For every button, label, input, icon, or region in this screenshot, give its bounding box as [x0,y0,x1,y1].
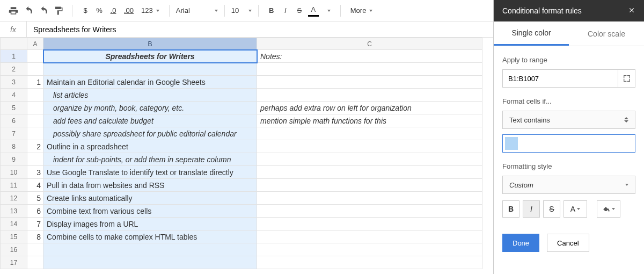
text-color-button[interactable]: A [307,4,320,18]
tab-single-color[interactable]: Single color [494,21,569,46]
cell[interactable]: 4 [27,179,43,192]
bold-button[interactable]: B [265,4,278,18]
cell[interactable] [257,127,482,140]
row-header[interactable]: 8 [1,140,27,153]
fmt-text-color-button[interactable]: A [564,200,587,218]
col-header-A[interactable]: A [27,38,43,50]
tab-color-scale[interactable]: Color scale [569,21,644,46]
fmt-italic-button[interactable]: I [523,200,540,218]
cell[interactable]: 5 [27,192,43,205]
cell[interactable] [257,230,482,243]
cell[interactable]: 6 [27,205,43,218]
cell[interactable]: mention simple math functions for this [257,114,482,127]
cell[interactable] [257,140,482,153]
row-header[interactable]: 14 [1,218,27,230]
cell[interactable] [257,205,482,218]
row-header[interactable]: 9 [1,153,27,166]
cell[interactable] [257,243,482,256]
row-header[interactable]: 2 [1,63,27,76]
font-family-select[interactable]: Arial [173,6,221,15]
cell[interactable]: possibly share spreadsheet for public ed… [43,127,257,140]
print-button[interactable] [6,4,20,18]
select-all-corner[interactable] [1,38,27,50]
cell[interactable]: organize by month, book, category, etc. [43,102,257,114]
grid[interactable]: A B C 1Spreadsheets for WritersNotes:231… [0,38,493,274]
fmt-strike-button[interactable]: S [543,200,560,218]
done-button[interactable]: Done [502,234,539,252]
cell[interactable] [27,114,43,127]
formula-input[interactable] [27,21,493,37]
fmt-fill-color-button[interactable] [597,200,620,218]
style-preset-select[interactable]: Custom [502,176,635,194]
cell[interactable]: 2 [27,140,43,153]
currency-button[interactable]: $ [79,4,92,18]
close-icon[interactable] [628,6,635,16]
percent-button[interactable]: % [93,4,106,18]
cell[interactable]: Pull in data from websites and RSS [43,179,257,192]
row-header[interactable]: 5 [1,102,27,114]
italic-button[interactable]: I [279,4,292,18]
cell[interactable]: indent for sub-points, or add them in se… [43,153,257,166]
row-header[interactable]: 15 [1,230,27,243]
cell[interactable]: 1 [27,76,43,89]
cell[interactable] [257,153,482,166]
cell[interactable] [257,192,482,205]
redo-button[interactable] [36,4,50,18]
row-header[interactable]: 6 [1,114,27,127]
cell[interactable]: 3 [27,166,43,179]
cell[interactable] [27,153,43,166]
cell[interactable]: list articles [43,89,257,102]
cell[interactable]: Create links automatically [43,192,257,205]
cell[interactable] [257,218,482,230]
cell[interactable]: Combine text from various cells [43,205,257,218]
cell[interactable] [27,243,43,256]
font-size-select[interactable]: 10 [228,6,255,15]
cell[interactable]: 8 [27,230,43,243]
apply-range-input[interactable] [503,75,618,83]
condition-select[interactable]: Text contains [502,111,635,129]
row-header[interactable]: 7 [1,127,27,140]
row-header[interactable]: 12 [1,192,27,205]
cell[interactable]: add fees and calculate budget [43,114,257,127]
cell[interactable]: Display images from a URL [43,218,257,230]
cell[interactable] [257,76,482,89]
cell[interactable] [43,63,257,76]
cell[interactable] [257,89,482,102]
cell[interactable] [43,243,257,256]
cell[interactable]: Combine cells to make complex HTML table… [43,230,257,243]
cell[interactable] [27,63,43,76]
increase-decimal-button[interactable]: .00 [121,4,137,18]
cell[interactable]: Outline in a spreadsheet [43,140,257,153]
cancel-button[interactable]: Cancel [547,234,589,252]
decrease-decimal-button[interactable]: .0 [107,4,120,18]
cell[interactable] [257,166,482,179]
cell[interactable]: Maintain an Editorial calendar in Google… [43,76,257,89]
cell[interactable]: perhaps add extra row on left for organi… [257,102,482,114]
row-header[interactable]: 17 [1,256,27,269]
col-header-C[interactable]: C [257,38,482,50]
paint-format-button[interactable] [52,4,65,18]
strikethrough-button[interactable]: S [293,4,306,18]
fmt-bold-button[interactable]: B [502,200,519,218]
col-header-B[interactable]: B [43,38,257,50]
text-color-dropdown[interactable] [321,4,334,18]
row-header[interactable]: 11 [1,179,27,192]
cell[interactable] [27,89,43,102]
cell[interactable]: Spreadsheets for Writers [43,50,257,63]
cell[interactable]: Use Google Translate to identify text or… [43,166,257,179]
number-format-button[interactable]: 123 [138,4,163,18]
row-header[interactable]: 1 [1,50,27,63]
cell[interactable] [257,179,482,192]
row-header[interactable]: 16 [1,243,27,256]
cell[interactable] [27,50,43,63]
row-header[interactable]: 4 [1,89,27,102]
cell[interactable] [43,256,257,269]
cell[interactable] [257,63,482,76]
cell[interactable] [257,256,482,269]
row-header[interactable]: 10 [1,166,27,179]
row-header[interactable]: 13 [1,205,27,218]
cell[interactable] [27,127,43,140]
undo-button[interactable] [21,4,35,18]
row-header[interactable]: 3 [1,76,27,89]
condition-value-input[interactable] [502,134,635,153]
